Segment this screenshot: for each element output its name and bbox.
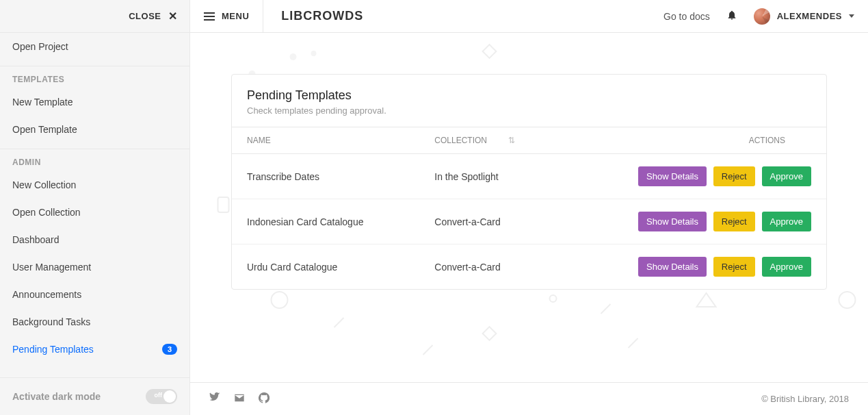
svg-point-11 <box>311 51 317 56</box>
sidebar-item-label: Open Template <box>12 124 77 135</box>
panel-pending-templates: Pending Templates Check templates pendin… <box>231 74 827 290</box>
sidebar-item-label: Background Tasks <box>12 316 90 327</box>
svg-point-2 <box>272 292 288 308</box>
sidebar-item-label: Pending Templates <box>12 344 94 355</box>
sidebar-item-label: New Collection <box>12 179 76 190</box>
dark-mode-toggle[interactable]: off <box>146 389 177 404</box>
copyright: © British Library, 2018 <box>761 394 849 404</box>
svg-line-6 <box>601 304 611 314</box>
sidebar-item-pending-templates[interactable]: Pending Templates 3 <box>0 336 189 363</box>
sidebar-item-dashboard[interactable]: Dashboard <box>0 226 189 253</box>
show-details-button[interactable]: Show Details <box>638 166 707 186</box>
close-icon: ✕ <box>168 10 178 23</box>
sidebar-footer: Activate dark mode off <box>0 377 189 415</box>
footer-icons <box>209 392 269 405</box>
col-collection[interactable]: COLLECTION ⇅ <box>419 127 561 154</box>
sort-icon: ⇅ <box>508 136 515 145</box>
svg-point-10 <box>290 53 297 60</box>
cell-name: Transcribe Dates <box>232 154 419 199</box>
toggle-knob <box>163 390 176 403</box>
col-actions: ACTIONS <box>562 127 826 154</box>
templates-table: NAME COLLECTION ⇅ ACTIONS Transcribe Dat… <box>232 127 826 289</box>
sidebar-item-new-collection[interactable]: New Collection <box>0 171 189 199</box>
svg-point-4 <box>550 295 557 302</box>
username: ALEXMENDES <box>777 11 842 21</box>
sidebar-item-label: Dashboard <box>12 234 60 245</box>
sidebar-body: Open Project TEMPLATES New Template Open… <box>0 33 189 377</box>
cell-collection: Convert-a-Card <box>419 199 561 244</box>
sidebar-item-label: Announcements <box>12 289 81 300</box>
cell-actions: Show Details Reject Approve <box>562 244 826 290</box>
bell-icon[interactable] <box>726 10 737 23</box>
chevron-down-icon <box>849 14 854 18</box>
col-name[interactable]: NAME <box>232 127 419 154</box>
sidebar-item-user-management[interactable]: User Management <box>0 253 189 281</box>
sidebar-item-new-template[interactable]: New Template <box>0 88 189 116</box>
content: Pending Templates Check templates pendin… <box>190 33 868 382</box>
sidebar-item-label: Open Collection <box>12 207 81 218</box>
hamburger-icon <box>204 12 215 21</box>
cell-name: Urdu Card Catalogue <box>232 244 419 290</box>
avatar <box>754 8 770 25</box>
cell-name: Indonesian Card Catalogue <box>232 199 419 244</box>
svg-line-5 <box>334 318 344 327</box>
svg-rect-1 <box>218 197 229 212</box>
approve-button[interactable]: Approve <box>762 212 811 231</box>
dark-mode-label: Activate dark mode <box>12 391 101 402</box>
panel-header: Pending Templates Check templates pendin… <box>232 75 826 127</box>
table-row: Urdu Card Catalogue Convert-a-Card Show … <box>232 244 826 290</box>
sidebar-item-background-tasks[interactable]: Background Tasks <box>0 308 189 336</box>
twitter-icon[interactable] <box>209 392 220 405</box>
cell-actions: Show Details Reject Approve <box>562 154 826 199</box>
sidebar-item-label: Open Project <box>12 41 68 52</box>
cell-actions: Show Details Reject Approve <box>562 199 826 244</box>
panel-title: Pending Templates <box>247 88 811 103</box>
cell-collection: In the Spotlight <box>419 154 561 199</box>
sidebar-item-open-collection[interactable]: Open Collection <box>0 199 189 226</box>
mail-icon[interactable] <box>234 392 245 405</box>
reject-button[interactable]: Reject <box>713 166 755 186</box>
menu-label: MENU <box>222 11 249 21</box>
show-details-button[interactable]: Show Details <box>638 257 707 277</box>
sidebar-item-open-template[interactable]: Open Template <box>0 116 189 143</box>
close-label: CLOSE <box>129 11 161 21</box>
sidebar-header-admin: ADMIN <box>0 149 189 171</box>
main: MENU LIBCROWDS Go to docs ALEXMENDES <box>190 0 868 415</box>
docs-link[interactable]: Go to docs <box>663 11 710 22</box>
footer: © British Library, 2018 <box>190 382 868 415</box>
sidebar-item-label: User Management <box>12 262 91 273</box>
approve-button[interactable]: Approve <box>762 257 811 277</box>
sidebar-item-announcements[interactable]: Announcements <box>0 281 189 308</box>
sidebar: CLOSE ✕ Open Project TEMPLATES New Templ… <box>0 0 190 415</box>
svg-point-9 <box>839 292 856 308</box>
panel-subtitle: Check templates pending approval. <box>247 105 811 116</box>
brand-logo[interactable]: LIBCROWDS <box>281 9 363 23</box>
reject-button[interactable]: Reject <box>713 212 755 231</box>
menu-button[interactable]: MENU <box>204 0 263 32</box>
show-details-button[interactable]: Show Details <box>638 212 707 231</box>
svg-rect-3 <box>483 327 497 340</box>
table-row: Indonesian Card Catalogue Convert-a-Card… <box>232 199 826 244</box>
close-button[interactable]: CLOSE ✕ <box>0 0 189 33</box>
sidebar-item-open-project[interactable]: Open Project <box>0 33 189 60</box>
svg-line-8 <box>423 345 433 355</box>
approve-button[interactable]: Approve <box>762 166 811 186</box>
github-icon[interactable] <box>259 392 269 405</box>
sidebar-item-label: New Template <box>12 97 73 108</box>
sidebar-header-templates: TEMPLATES <box>0 66 189 88</box>
user-menu[interactable]: ALEXMENDES <box>754 8 854 25</box>
header: MENU LIBCROWDS Go to docs ALEXMENDES <box>190 0 868 33</box>
reject-button[interactable]: Reject <box>713 257 755 277</box>
toggle-state-label: off <box>155 392 163 399</box>
table-row: Transcribe Dates In the Spotlight Show D… <box>232 154 826 199</box>
svg-rect-0 <box>483 45 497 58</box>
svg-line-7 <box>629 338 638 348</box>
pending-count-badge: 3 <box>162 344 177 355</box>
cell-collection: Convert-a-Card <box>419 244 561 290</box>
